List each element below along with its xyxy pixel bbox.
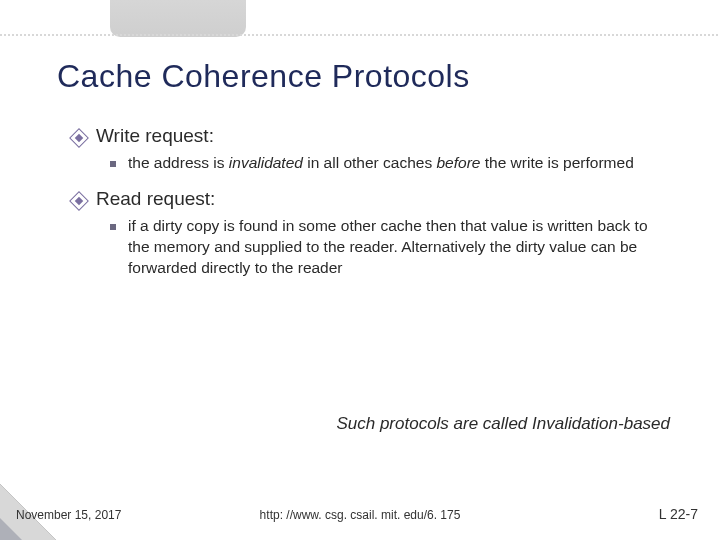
text-run: the write is performed — [480, 154, 633, 171]
list-heading: Write request: — [96, 125, 214, 147]
footer-page-number: L 22-7 — [659, 506, 698, 522]
list-item: Write request: — [72, 125, 680, 147]
text-run: the address is — [128, 154, 229, 171]
italic-run: invalidated — [229, 154, 303, 171]
footer-url: http: //www. csg. csail. mit. edu/6. 175 — [260, 508, 461, 522]
list-heading: Read request: — [96, 188, 215, 210]
text-run: if a dirty copy is found in some other c… — [128, 217, 648, 276]
list-subitem: if a dirty copy is found in some other c… — [110, 216, 680, 279]
slide-title: Cache Coherence Protocols — [57, 58, 470, 95]
list-subtext: the address is invalidated in all other … — [128, 153, 634, 174]
list-item: Read request: — [72, 188, 680, 210]
footer-date: November 15, 2017 — [16, 508, 121, 522]
diamond-bullet-icon — [72, 131, 86, 145]
header-rule — [0, 34, 720, 36]
square-bullet-icon — [110, 224, 116, 230]
header-decoration — [110, 0, 246, 37]
list-subitem: the address is invalidated in all other … — [110, 153, 680, 174]
list-subtext: if a dirty copy is found in some other c… — [128, 216, 668, 279]
tagline: Such protocols are called Invalidation-b… — [336, 414, 670, 434]
slide-body: Write request: the address is invalidate… — [72, 125, 680, 293]
italic-run: before — [436, 154, 480, 171]
diamond-bullet-icon — [72, 194, 86, 208]
text-run: in all other caches — [303, 154, 437, 171]
square-bullet-icon — [110, 161, 116, 167]
